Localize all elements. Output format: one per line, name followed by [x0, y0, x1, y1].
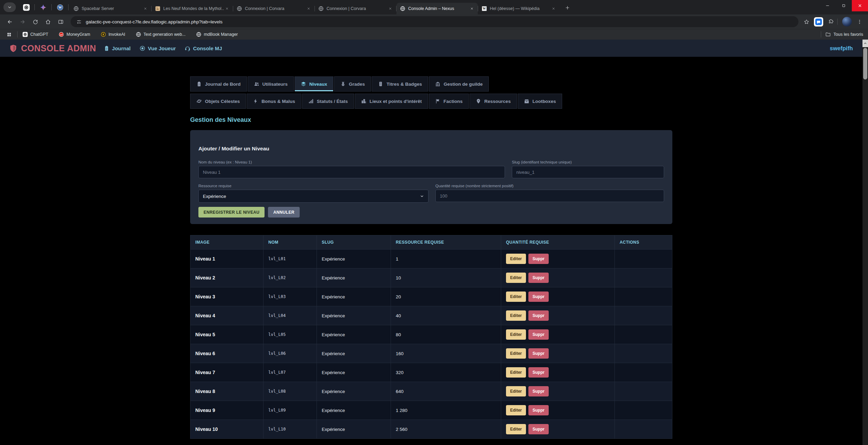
bookmark-chatgpt[interactable]: ChatGPT — [22, 32, 48, 37]
split-view-button[interactable] — [55, 16, 66, 27]
tab-close-button[interactable] — [550, 6, 557, 12]
delete-level-button[interactable]: Suppr — [528, 254, 549, 264]
browser-tab-les-neuf-mondes-de-la-mythol[interactable]: Les Neuf Mondes de la Mythol… — [152, 3, 233, 14]
bookmark-invokeai[interactable]: InvokeAI — [101, 32, 125, 37]
app-nav: Journal Vue Joueur Console MJ — [104, 45, 222, 51]
extension-button[interactable] — [814, 17, 823, 27]
chevron-down-icon — [7, 5, 12, 10]
tab-search-button[interactable] — [3, 2, 16, 12]
bookmark-star-button[interactable] — [801, 17, 812, 27]
tab-utilisateurs[interactable]: Utilisateurs — [248, 76, 294, 92]
delete-level-button[interactable]: Suppr — [528, 386, 549, 396]
delete-level-button[interactable]: Suppr — [528, 405, 549, 415]
resource-select[interactable]: Expérience — [198, 190, 428, 203]
apps-grid-button[interactable] — [5, 30, 13, 39]
delete-level-button[interactable]: Suppr — [528, 329, 549, 340]
bookmark-text-generation-web[interactable]: Text generation web... — [136, 32, 186, 37]
edit-level-button[interactable]: Editer — [506, 310, 526, 321]
url-bar[interactable]: galactic-pve-conquest-c7fe.dev.flatlogic… — [71, 16, 798, 27]
scrollbar-up-button[interactable] — [862, 40, 868, 47]
refresh-button[interactable] — [30, 16, 41, 27]
level-name-cell: Niveau 8 — [190, 382, 264, 401]
edit-level-button[interactable]: Editer — [506, 329, 526, 340]
browser-tab-spacebar-server[interactable]: Spacebar Server — [70, 3, 151, 14]
minimize-button[interactable] — [819, 0, 836, 11]
tab-objets-c-lestes[interactable]: Objets Célestes — [190, 94, 246, 109]
nav-link-console-mj[interactable]: Console MJ — [185, 45, 222, 51]
scrollbar-thumb[interactable] — [863, 48, 867, 80]
home-button[interactable] — [42, 16, 53, 27]
delete-level-button[interactable]: Suppr — [528, 310, 549, 321]
tab-close-button[interactable] — [142, 6, 148, 12]
tab-lootboxes[interactable]: Lootboxes — [518, 94, 562, 109]
username[interactable]: swefpifh — [830, 45, 853, 52]
globe-favicon-icon — [400, 6, 405, 11]
browser-tab-connexion-corvara[interactable]: Connexion | Corvara — [315, 3, 396, 14]
quantity-input[interactable] — [435, 190, 664, 202]
empty-cell — [615, 363, 672, 382]
browser-toolbar: galactic-pve-conquest-c7fe.dev.flatlogic… — [0, 14, 868, 29]
level-resource-cell: Expérience — [317, 363, 391, 382]
pinned-tab-wordpress[interactable]: W — [55, 2, 65, 12]
browser-tab-console-admin-nexus[interactable]: Console Admin – Nexus — [396, 3, 478, 14]
delete-level-button[interactable]: Suppr — [528, 273, 549, 283]
tab-ressources[interactable]: Ressources — [469, 94, 517, 109]
tab-grades[interactable]: Grades — [334, 76, 371, 92]
browser-menu-button[interactable] — [855, 17, 864, 26]
pinned-tab-gemini[interactable] — [38, 2, 48, 12]
tab-titres-badges[interactable]: Titres & Badges — [372, 76, 428, 92]
edit-level-button[interactable]: Editer — [506, 405, 526, 415]
tab-label: Gestion de guilde — [444, 82, 483, 87]
edit-level-button[interactable]: Editer — [506, 386, 526, 396]
tab-close-button[interactable] — [224, 6, 230, 12]
site-info-button[interactable] — [75, 18, 83, 26]
tab-lieux-et-points-d-int-r-t[interactable]: Lieux et points d'intérêt — [355, 94, 428, 109]
level-slug-input[interactable] — [512, 166, 664, 178]
edit-level-button[interactable]: Editer — [506, 367, 526, 378]
edit-level-button[interactable]: Editer — [506, 254, 526, 264]
tab-gestion-de-guilde[interactable]: Gestion de guilde — [429, 76, 489, 92]
delete-level-button[interactable]: Suppr — [528, 424, 549, 434]
maximize-button[interactable] — [836, 0, 852, 11]
level-name-cell: Niveau 1 — [190, 250, 264, 268]
tab-bonus-malus[interactable]: Bonus & Malus — [247, 94, 301, 109]
delete-level-button[interactable]: Suppr — [528, 367, 549, 378]
tab-statuts-tats[interactable]: Statuts / États — [302, 94, 354, 109]
nav-link-journal[interactable]: Journal — [104, 45, 131, 51]
back-button[interactable] — [4, 16, 15, 27]
close-button[interactable] — [852, 0, 868, 11]
nav-link-vue-joueur[interactable]: Vue Joueur — [140, 45, 176, 51]
edit-level-button[interactable]: Editer — [506, 348, 526, 359]
delete-level-button[interactable]: Suppr — [528, 348, 549, 359]
level-resource-cell: Expérience — [317, 306, 391, 325]
edit-level-button[interactable]: Editer — [506, 424, 526, 434]
profile-avatar[interactable] — [842, 17, 852, 27]
cancel-button[interactable]: ANNULER — [268, 207, 299, 218]
medal-icon — [340, 81, 346, 87]
level-name-input[interactable] — [198, 166, 505, 178]
browser-tab-connexion-corvara[interactable]: Connexion | Corvara — [233, 3, 314, 14]
level-quantity-cell: 1 — [391, 250, 501, 268]
save-level-button[interactable]: ENREGISTRER LE NIVEAU — [198, 207, 265, 218]
edit-level-button[interactable]: Editer — [506, 273, 526, 283]
tab-close-button[interactable] — [306, 6, 312, 12]
tab-factions[interactable]: Factions — [429, 94, 469, 109]
tab-close-button[interactable] — [469, 6, 475, 12]
browser-tab-hel-d-esse-wikip-dia[interactable]: WHel (déesse) — Wikipédia — [478, 3, 559, 14]
tab-niveaux[interactable]: Niveaux — [294, 76, 333, 92]
bookmark-moneygram[interactable]: MoneyGram — [59, 32, 90, 37]
column-header-nom: NOM — [264, 235, 317, 250]
all-bookmarks[interactable]: Tous les favoris — [819, 31, 863, 38]
tab-close-button[interactable] — [387, 6, 393, 12]
level-slug-cell: lvl_L03 — [264, 287, 317, 306]
tab-separator — [34, 4, 35, 10]
bookmark-mdbook-manager[interactable]: mdBook Manager — [196, 32, 238, 37]
edit-level-button[interactable]: Editer — [506, 292, 526, 302]
delete-level-button[interactable]: Suppr — [528, 292, 549, 302]
forward-button[interactable] — [17, 16, 28, 27]
pinned-tab-chatgpt[interactable] — [21, 2, 31, 12]
tab-journal-de-bord[interactable]: Journal de Bord — [190, 76, 247, 92]
page-scrollbar[interactable] — [862, 40, 868, 445]
new-tab-button[interactable] — [562, 2, 572, 13]
extensions-button[interactable] — [826, 17, 836, 27]
